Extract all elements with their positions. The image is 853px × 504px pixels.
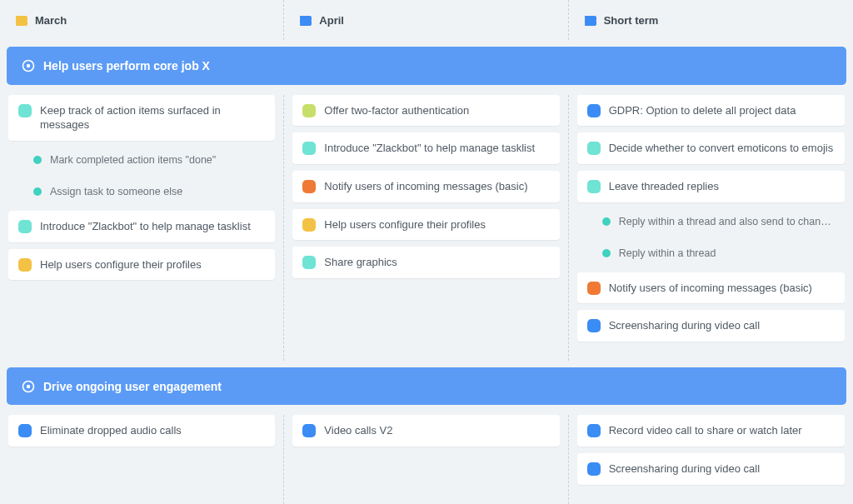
subtask-title: Mark completed action items "done" [50, 154, 216, 166]
card[interactable]: Offer two-factor authentication [292, 95, 559, 127]
card-title: Video calls V2 [324, 423, 392, 438]
subtask-dot-icon [602, 217, 611, 226]
color-tag-icon [18, 104, 32, 117]
card-title: Help users configure their profiles [324, 217, 486, 232]
bookmark-icon [15, 14, 28, 26]
color-tag-icon [587, 142, 601, 155]
subtask[interactable]: Reply within a thread and also send to c… [577, 209, 845, 234]
color-tag-icon [18, 424, 32, 437]
color-tag-icon [587, 462, 601, 476]
swimlane-title: Help users perform core job X [43, 59, 210, 72]
bookmark-icon [299, 14, 312, 26]
column-header-short-term[interactable]: Short term [569, 0, 853, 40]
card-title: Eliminate dropped audio calls [40, 423, 182, 438]
cell-engagement-march: Eliminate dropped audio calls [0, 415, 284, 504]
roadmap-board: March April Short term Help users perfor… [0, 0, 853, 504]
column-title: April [319, 14, 344, 27]
subtask[interactable]: Assign task to someone else [8, 179, 275, 204]
color-tag-icon [302, 104, 316, 117]
swimlane-header-core-job[interactable]: Help users perform core job X [7, 47, 846, 84]
color-tag-icon [302, 424, 316, 437]
card[interactable]: Screensharing during video call [577, 453, 845, 485]
subtask-title: Assign task to someone else [50, 186, 182, 197]
cell-engagement-short-term: Record video call to share or watch late… [569, 415, 853, 504]
color-tag-icon [587, 180, 601, 193]
cell-core-job-march: Keep track of action items surfaced in m… [0, 95, 284, 361]
subtask[interactable]: Mark completed action items "done" [8, 147, 275, 172]
color-tag-icon [587, 424, 601, 437]
card-title: Notify users of incoming messages (basic… [609, 281, 812, 296]
card[interactable]: Screensharing during video call [577, 310, 845, 342]
card-title: Notify users of incoming messages (basic… [324, 179, 527, 194]
target-icon [22, 59, 35, 72]
card-title: Screensharing during video call [609, 462, 760, 477]
column-title: Short term [604, 14, 659, 27]
target-icon [22, 380, 35, 393]
card-title: Share graphics [324, 255, 397, 270]
card-title: Introduce "Zlackbot" to help manage task… [324, 141, 535, 156]
card-title: Help users configure their profiles [40, 257, 202, 272]
card-title: Leave threaded replies [609, 179, 719, 194]
color-tag-icon [587, 104, 601, 117]
card[interactable]: Introduce "Zlackbot" to help manage task… [292, 132, 559, 164]
color-tag-icon [18, 258, 32, 272]
svg-point-3 [27, 385, 30, 388]
column-title: March [35, 14, 67, 27]
card[interactable]: Record video call to share or watch late… [577, 415, 845, 447]
card-title: Screensharing during video call [609, 318, 760, 333]
card-title: Introduce "Zlackbot" to help manage task… [40, 219, 251, 234]
cell-engagement-april: Video calls V2 [284, 415, 568, 504]
card[interactable]: Introduce "Zlackbot" to help manage task… [8, 211, 275, 242]
column-header-march[interactable]: March [0, 0, 284, 40]
card-title: Keep track of action items surfaced in m… [40, 103, 265, 132]
subtask-title: Reply within a thread and also send to c… [619, 216, 831, 227]
color-tag-icon [587, 319, 601, 332]
card[interactable]: Eliminate dropped audio calls [8, 415, 275, 447]
svg-point-1 [27, 64, 30, 67]
card[interactable]: GDPR: Option to delete all project data [577, 95, 845, 127]
color-tag-icon [302, 142, 316, 155]
card-title: Record video call to share or watch late… [609, 423, 802, 438]
subtask-title: Reply within a thread [619, 247, 716, 259]
card[interactable]: Video calls V2 [292, 415, 559, 447]
card[interactable]: Decide whether to convert emoticons to e… [577, 132, 845, 164]
card-title: GDPR: Option to delete all project data [609, 103, 796, 118]
color-tag-icon [18, 220, 32, 233]
card-title: Decide whether to convert emoticons to e… [609, 141, 834, 156]
card[interactable]: Notify users of incoming messages (basic… [292, 171, 559, 202]
cell-core-job-short-term: GDPR: Option to delete all project data … [569, 95, 853, 361]
card[interactable]: Help users configure their profiles [292, 209, 559, 241]
subtask-dot-icon [33, 156, 42, 164]
card[interactable]: Share graphics [292, 247, 559, 278]
subtask-dot-icon [602, 249, 611, 257]
color-tag-icon [302, 256, 316, 269]
column-header-april[interactable]: April [284, 0, 568, 40]
color-tag-icon [302, 218, 316, 232]
card[interactable]: Leave threaded replies [577, 171, 845, 202]
card[interactable]: Help users configure their profiles [8, 249, 275, 281]
cell-core-job-april: Offer two-factor authentication Introduc… [284, 95, 568, 361]
swimlane-header-engagement[interactable]: Drive ongoing user engagement [7, 367, 846, 405]
card[interactable]: Notify users of incoming messages (basic… [577, 272, 845, 304]
card[interactable]: Keep track of action items surfaced in m… [8, 95, 275, 141]
swimlane-title: Drive ongoing user engagement [43, 380, 222, 393]
subtask-dot-icon [33, 187, 42, 196]
bookmark-icon [584, 14, 597, 26]
color-tag-icon [302, 180, 316, 193]
card-title: Offer two-factor authentication [324, 103, 469, 118]
color-tag-icon [587, 282, 601, 295]
subtask[interactable]: Reply within a thread [577, 241, 845, 266]
